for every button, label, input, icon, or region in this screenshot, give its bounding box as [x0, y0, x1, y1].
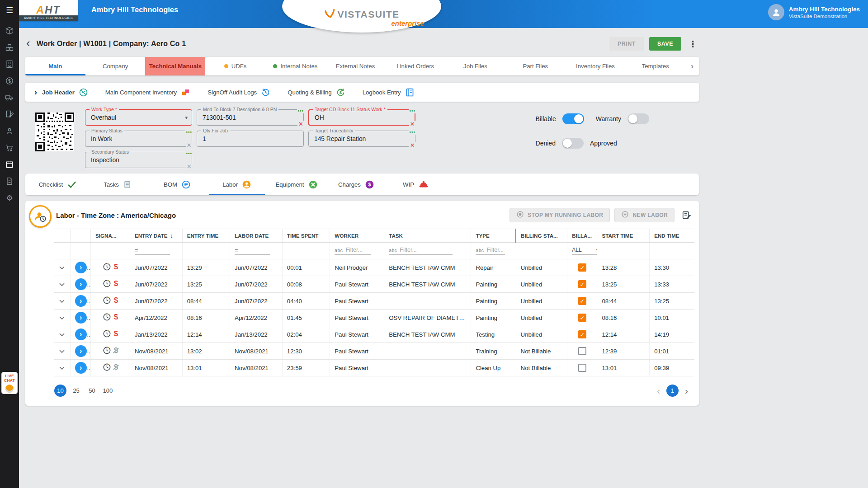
- truck-icon[interactable]: [5, 93, 14, 102]
- more-options-icon[interactable]: ⋮: [687, 39, 699, 49]
- open-row-button[interactable]: ›: [75, 262, 87, 273]
- text-filter-input[interactable]: abcFilter...: [335, 247, 371, 255]
- tab-part-files[interactable]: Part Files: [505, 57, 566, 75]
- tab-inventory-files[interactable]: Inventory Files: [566, 57, 626, 75]
- equals-filter-icon[interactable]: =: [135, 247, 138, 253]
- next-page-icon[interactable]: ›: [685, 386, 688, 395]
- detail-tab-checklist[interactable]: Checklist: [28, 174, 88, 195]
- detail-tab-equipment[interactable]: Equipment: [267, 174, 326, 195]
- new-labor-button[interactable]: NEW LABOR: [614, 208, 675, 222]
- text-filter-input[interactable]: abcFilter...: [476, 247, 505, 255]
- target-traceability-clear-icon[interactable]: ✕: [409, 142, 416, 149]
- open-row-button[interactable]: ›: [75, 295, 87, 307]
- col-header-task[interactable]: TASK: [384, 229, 471, 243]
- billable-checkbox[interactable]: ✓: [578, 314, 586, 322]
- sort-desc-icon[interactable]: ↓: [170, 232, 174, 239]
- tab-company[interactable]: Company: [85, 57, 146, 75]
- print-button[interactable]: PRINT: [609, 37, 644, 51]
- secondary-status-more-icon[interactable]: •••: [185, 151, 193, 156]
- settings-icon[interactable]: ⚙: [5, 193, 14, 202]
- people-icon[interactable]: [5, 127, 14, 136]
- mod-to-block-more-icon[interactable]: •••: [297, 108, 304, 113]
- mod-to-block-clear-icon[interactable]: ✕: [297, 121, 304, 127]
- col-header-entry-date[interactable]: ENTRY DATE↓: [130, 229, 182, 243]
- expand-row-icon[interactable]: [59, 350, 65, 353]
- billable-filter-select[interactable]: ALL▾: [572, 247, 597, 255]
- tab-internal-notes[interactable]: Internal Notes: [265, 57, 326, 75]
- detail-tab-charges[interactable]: Charges$: [326, 174, 386, 195]
- subnav-quoting-billing[interactable]: Quoting & Billing$: [288, 88, 345, 97]
- open-row-button[interactable]: ›: [75, 328, 87, 340]
- abc-filter-icon[interactable]: abc: [389, 248, 397, 253]
- col-header-time-spent[interactable]: TIME SPENT: [282, 229, 330, 243]
- company-logo[interactable]: AHT AMBRY HILL TECHNOLOGIES: [19, 0, 78, 21]
- page-size-50[interactable]: 50: [86, 385, 98, 397]
- col-header-signa[interactable]: SIGNA...: [91, 229, 130, 243]
- detail-tab-wip[interactable]: WIP: [386, 174, 446, 195]
- back-icon[interactable]: ‹: [25, 38, 31, 50]
- text-filter-input[interactable]: abcFilter...: [389, 247, 452, 255]
- col-header-end-time[interactable]: END TIME: [650, 229, 694, 243]
- col-header-labor-date[interactable]: LABOR DATE: [230, 229, 283, 243]
- subnav-main-component-inventory[interactable]: Main Component Inventory: [105, 88, 190, 97]
- warranty-toggle[interactable]: [627, 113, 649, 124]
- tab-udfs[interactable]: UDFs: [205, 57, 265, 75]
- tab-job-files[interactable]: Job Files: [445, 57, 505, 75]
- col-header-worker[interactable]: WORKER: [330, 229, 384, 243]
- menu-icon[interactable]: ☰: [6, 5, 13, 15]
- stop-running-labor-button[interactable]: STOP MY RUNNING LABOR: [509, 208, 610, 222]
- cart-icon[interactable]: [5, 143, 14, 152]
- col-header-start-time[interactable]: START TIME: [597, 229, 650, 243]
- calendar-icon[interactable]: [5, 160, 14, 169]
- date-filter-input[interactable]: =: [135, 247, 170, 255]
- user-menu[interactable]: Ambry Hill Technologies VistaSuite Demon…: [768, 4, 860, 20]
- finance-icon[interactable]: [5, 76, 14, 85]
- col-header-type[interactable]: TYPE: [471, 229, 516, 243]
- building-icon[interactable]: [5, 60, 14, 69]
- subnav-signoff-audit-logs[interactable]: SignOff Audit Logs: [208, 88, 270, 97]
- target-traceability-more-icon[interactable]: •••: [409, 130, 416, 135]
- workorder-edit-icon[interactable]: [5, 110, 14, 119]
- billable-checkbox[interactable]: [578, 364, 586, 372]
- abc-filter-icon[interactable]: abc: [335, 248, 343, 253]
- expand-row-icon[interactable]: [59, 316, 65, 320]
- tab-overflow-icon[interactable]: ›: [685, 57, 699, 75]
- live-chat-button[interactable]: LIVE CHAT: [1, 372, 18, 394]
- page-size-100[interactable]: 100: [102, 385, 114, 397]
- open-row-button[interactable]: ›: [75, 362, 87, 374]
- equals-filter-icon[interactable]: =: [235, 247, 238, 253]
- expand-row-icon[interactable]: [59, 283, 65, 286]
- subnav-logbook-entry[interactable]: Logbook Entry: [363, 88, 415, 97]
- current-page[interactable]: 1: [666, 385, 679, 397]
- billable-checkbox[interactable]: ✓: [578, 330, 586, 338]
- subnav-job-header[interactable]: ›Job Header: [34, 88, 88, 97]
- open-row-button[interactable]: ›: [75, 345, 87, 357]
- edit-columns-icon[interactable]: [682, 210, 692, 220]
- billable-checkbox[interactable]: [578, 347, 586, 355]
- secondary-status-clear-icon[interactable]: ✕: [186, 163, 193, 170]
- tab-main[interactable]: Main: [25, 57, 85, 75]
- package-icon[interactable]: [5, 26, 14, 35]
- date-filter-input[interactable]: =: [235, 247, 270, 255]
- denied-approved-toggle[interactable]: [562, 138, 584, 149]
- open-row-button[interactable]: ›: [75, 278, 87, 290]
- billable-checkbox[interactable]: ✓: [578, 263, 586, 272]
- target-cd-more-icon[interactable]: •••: [409, 108, 416, 113]
- detail-tab-bom[interactable]: BOM: [147, 174, 207, 195]
- expand-row-icon[interactable]: [59, 300, 65, 303]
- detail-tab-labor[interactable]: Labor: [207, 174, 267, 195]
- abc-filter-icon[interactable]: abc: [476, 248, 484, 253]
- tab-technical-manuals[interactable]: Technical Manuals: [145, 57, 205, 75]
- boxes-icon[interactable]: [5, 43, 14, 52]
- prev-page-icon[interactable]: ‹: [657, 386, 660, 395]
- expand-row-icon[interactable]: [59, 333, 65, 337]
- expand-row-icon[interactable]: [59, 266, 65, 270]
- col-header-billing-sta[interactable]: BILLING STA...: [516, 229, 567, 243]
- document-icon[interactable]: [5, 177, 14, 186]
- target-cd-clear-icon[interactable]: ✕: [409, 121, 416, 127]
- tab-linked-orders[interactable]: Linked Orders: [385, 57, 445, 75]
- page-size-25[interactable]: 25: [70, 385, 82, 397]
- col-header-billa[interactable]: BILLA...: [567, 229, 597, 243]
- page-size-10[interactable]: 10: [54, 385, 66, 397]
- expand-row-icon[interactable]: [59, 366, 65, 370]
